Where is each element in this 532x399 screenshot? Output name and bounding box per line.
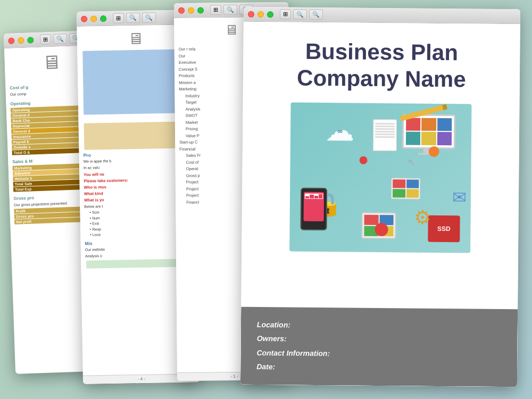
- zoom-out-3[interactable]: 🔍: [223, 5, 237, 15]
- dot-orange-1: [429, 146, 439, 157]
- dot-red-2: [360, 156, 368, 164]
- maximize-button-4[interactable]: [267, 11, 273, 18]
- cover-image: ☁ ∞ 🔒 SSD: [289, 102, 471, 253]
- cover-title: Business Plan Company Name: [264, 38, 499, 94]
- zoom-in-4[interactable]: 🔍: [309, 10, 323, 20]
- minimize-button-4[interactable]: [257, 11, 264, 17]
- minimize-button-3[interactable]: [188, 7, 194, 13]
- view-toggle-4[interactable]: ⊞: [280, 9, 291, 19]
- hdd-icon: SSD: [428, 215, 460, 243]
- window-4: ⊞ 🔍 🔍 Business Plan Company Name: [240, 7, 520, 387]
- close-button-4[interactable]: [248, 11, 254, 17]
- footer-contact: Contact Information:: [256, 346, 501, 362]
- footer-owners: Owners:: [257, 331, 502, 348]
- gear-icon: ⚙: [413, 206, 430, 228]
- zoom-in-2[interactable]: 🔍: [142, 12, 156, 22]
- maximize-button-1[interactable]: [27, 37, 34, 43]
- small-tablet-icon: [391, 178, 420, 199]
- minimize-button-1[interactable]: [18, 37, 24, 43]
- dot-red-1: [375, 223, 388, 236]
- close-button-3[interactable]: [178, 7, 185, 13]
- view-toggle-2[interactable]: ⊞: [113, 13, 124, 23]
- envelope-icon: ✉: [452, 187, 467, 207]
- zoom-out-2[interactable]: 🔍: [126, 13, 140, 23]
- minimize-button-2[interactable]: [90, 15, 97, 22]
- footer-location: Location:: [257, 318, 502, 334]
- titlebar-4: ⊞ 🔍 🔍: [244, 7, 520, 24]
- cursor-icon: ↖: [407, 156, 415, 168]
- phone-icon: [300, 187, 327, 230]
- zoom-out-1[interactable]: 🔍: [53, 34, 68, 44]
- close-button-1[interactable]: [8, 37, 14, 44]
- view-toggle-1[interactable]: ⊞: [40, 34, 52, 45]
- zoom-out-4[interactable]: 🔍: [293, 10, 307, 20]
- monitor-shape: [402, 114, 456, 154]
- view-toggle-3[interactable]: ⊞: [210, 5, 221, 15]
- footer-date: Date:: [256, 360, 501, 376]
- maximize-button-2[interactable]: [100, 15, 106, 21]
- document-icon: [373, 119, 397, 151]
- maximize-button-3[interactable]: [197, 7, 204, 13]
- cover-footer: Location: Owners: Contact Information: D…: [240, 306, 518, 387]
- infinity-symbol: ∞: [337, 127, 343, 135]
- close-button-2[interactable]: [81, 15, 87, 22]
